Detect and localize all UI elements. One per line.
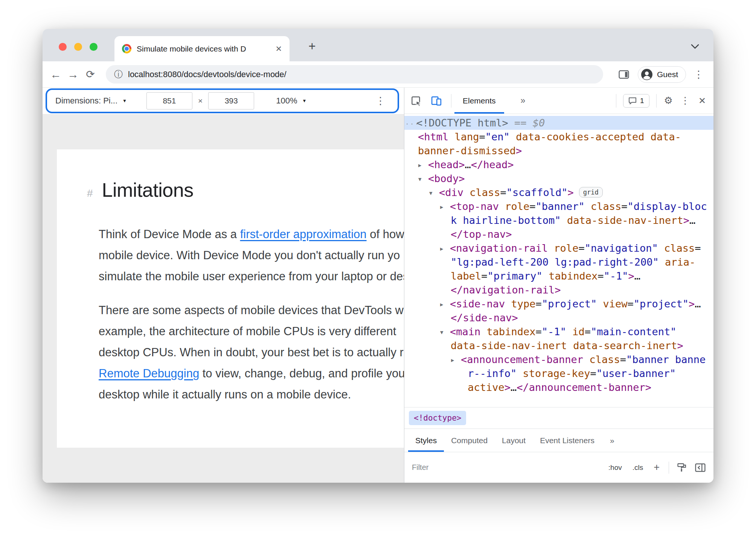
device-mode-area: Dimensions: Pi... ▼ × 100% ▼ ⋮ # Limitat… (43, 88, 404, 483)
twisty-closed-icon[interactable]: ▶ (440, 298, 450, 312)
code-token: > (505, 381, 511, 393)
toggle-device-toolbar-icon[interactable] (431, 95, 442, 106)
new-tab-button[interactable]: + (304, 39, 320, 53)
twisty-open-icon[interactable]: ▼ (440, 325, 450, 339)
dom-tree-row[interactable]: </navigation-rail> (404, 283, 713, 297)
side-panel-icon[interactable] (618, 70, 629, 79)
browser-menu-icon[interactable]: ⋮ (694, 68, 704, 81)
viewport-height-input[interactable] (208, 92, 254, 109)
twisty-open-icon[interactable]: ▼ (418, 172, 428, 186)
code-token: "lg:pad-left-200 lg:pad-right-200" (451, 256, 659, 268)
more-tabs-icon[interactable]: » (605, 429, 619, 452)
dom-tree-row[interactable]: k hairline-bottom" data-side-nav-inert>… (404, 213, 713, 227)
dom-tree-row[interactable]: ▶<top-nav role="banner" class="display-b… (404, 199, 713, 213)
code-token: "banner banne (626, 354, 706, 365)
dom-tree-row[interactable]: ▶<head>…</head> (404, 158, 713, 172)
dom-tree-row[interactable]: "lg:pad-left-200 lg:pad-right-200" aria- (404, 255, 713, 269)
dom-tree-row[interactable]: r--info" storage-key="user-banner" (404, 366, 713, 380)
code-token: … (695, 298, 701, 310)
tab-event-listeners[interactable]: Event Listeners (533, 429, 602, 452)
code-token: <!DOCTYPE html> (416, 117, 508, 129)
code-token: </navigation-rail> (451, 284, 561, 296)
chevron-down-icon[interactable] (691, 44, 699, 51)
code-token (480, 326, 486, 337)
dom-tree-row[interactable]: ···<!DOCTYPE html> == $0 (404, 116, 713, 130)
device-toolbar-menu-icon[interactable]: ⋮ (375, 95, 386, 107)
code-token: <html (418, 131, 448, 143)
zoom-window-button[interactable] (90, 43, 98, 51)
code-token: view (603, 298, 627, 310)
twisty-closed-icon[interactable]: ▶ (418, 158, 428, 172)
tab-elements[interactable]: Elements (454, 88, 504, 114)
dom-tree-row[interactable]: ▶<navigation-rail role="navigation" clas… (404, 241, 713, 255)
new-style-rule-button[interactable]: + (654, 462, 660, 473)
heading-anchor-hash[interactable]: # (87, 187, 93, 199)
code-token: r--info" (468, 368, 517, 379)
code-token: == $0 (508, 117, 545, 129)
styles-filter-input[interactable] (412, 463, 598, 472)
forward-button[interactable]: → (64, 68, 82, 81)
viewport-width-input[interactable] (146, 92, 192, 109)
tab-computed[interactable]: Computed (444, 429, 495, 452)
code-token: > (628, 270, 634, 282)
back-button[interactable]: ← (47, 68, 64, 81)
devtools-close-icon[interactable]: ✕ (698, 96, 706, 106)
toggle-pseudo-button[interactable]: :hov (608, 464, 622, 472)
code-token: role (554, 242, 578, 254)
dimensions-dropdown[interactable]: Dimensions: Pi... (55, 96, 117, 106)
dom-tree-row[interactable]: </top-nav> (404, 227, 713, 241)
devtools-menu-icon[interactable]: ⋮ (680, 95, 690, 106)
code-token: tabindex (549, 270, 597, 282)
inspect-element-icon[interactable] (410, 95, 422, 106)
inline-link[interactable]: Remote Debugging (99, 367, 199, 380)
tab-styles[interactable]: Styles (408, 429, 444, 452)
dom-tree-row[interactable]: ▶<announcement-banner class="banner bann… (404, 353, 713, 366)
device-canvas: # Limitations Think of Device Mode as a … (43, 114, 404, 483)
dom-tree-row[interactable]: active>…</announcement-banner> (404, 380, 713, 394)
twisty-closed-icon[interactable]: ▶ (440, 200, 450, 214)
dom-tree-row[interactable]: ▶<side-nav type="project" view="project"… (404, 297, 713, 311)
browser-tab[interactable]: Simulate mobile devices with D ✕ (114, 36, 290, 61)
dom-tree-row[interactable]: ▼<body> (404, 172, 713, 185)
dom-tree-row[interactable]: label="primary" tabindex="-1">… (404, 269, 713, 283)
twisty-open-icon[interactable]: ▼ (429, 186, 439, 200)
more-panels-icon[interactable]: » (521, 96, 526, 106)
reload-button[interactable]: ⟳ (82, 68, 99, 81)
dom-tree-row[interactable]: data-side-nav-inert data-search-inert> (404, 339, 713, 353)
tab-layout[interactable]: Layout (495, 429, 533, 452)
code-token: </side-nav> (451, 312, 518, 324)
dropdown-caret-icon[interactable]: ▼ (122, 98, 127, 103)
toggle-classes-button[interactable]: .cls (633, 464, 643, 472)
text-run: simulate the mobile user experience from… (99, 270, 404, 283)
code-token: "user-banner" (596, 368, 676, 379)
close-window-button[interactable] (59, 43, 67, 51)
code-token (517, 368, 523, 379)
breadcrumb-doctype[interactable]: <!doctype> (409, 411, 466, 425)
dom-tree-row[interactable]: </side-nav> (404, 311, 713, 325)
twisty-closed-icon[interactable]: ▶ (451, 353, 461, 367)
code-token: > (567, 187, 573, 198)
grid-badge[interactable]: grid (579, 187, 603, 198)
dom-tree-row[interactable]: banner-dismissed> (404, 144, 713, 158)
zoom-dropdown[interactable]: 100% (276, 96, 297, 106)
code-token: banner-dismissed (418, 145, 516, 157)
issues-counter[interactable]: 1 (623, 94, 649, 108)
twisty-closed-icon[interactable]: ▶ (440, 242, 450, 256)
dom-tree-row[interactable]: <html lang="en" data-cookies-accepted da… (404, 130, 713, 144)
site-info-icon[interactable]: ⓘ (114, 68, 123, 80)
address-bar[interactable]: ⓘ localhost:8080/docs/devtools/device-mo… (106, 65, 603, 84)
code-token: "scaffold" (506, 187, 568, 198)
code-token (462, 381, 468, 393)
toggle-sidebar-icon[interactable] (695, 463, 706, 473)
minimize-window-button[interactable] (74, 43, 82, 51)
dom-tree-row[interactable]: ▼<main tabindex="-1" id="main-content" (404, 325, 713, 339)
settings-gear-icon[interactable]: ⚙ (664, 95, 673, 106)
code-token: class (664, 242, 695, 254)
code-token: <head> (428, 159, 465, 170)
inline-link[interactable]: first-order approximation (240, 228, 367, 241)
profile-chip[interactable]: Guest (638, 66, 686, 83)
paint-roller-icon[interactable] (677, 462, 687, 473)
tab-close-icon[interactable]: ✕ (275, 44, 282, 53)
dom-tree-row[interactable]: ▼<div class="scaffold">grid (404, 185, 713, 199)
zoom-caret-icon[interactable]: ▼ (302, 98, 307, 103)
